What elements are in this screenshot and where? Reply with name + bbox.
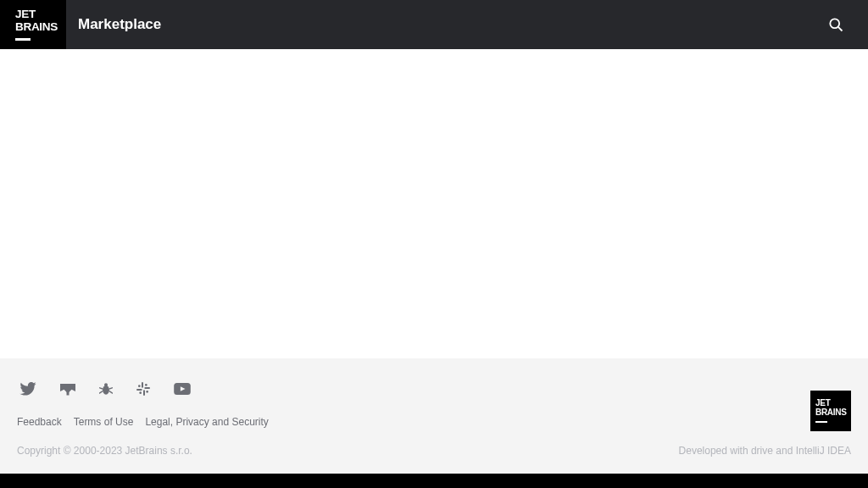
feedback-link[interactable]: Feedback [17, 416, 62, 428]
bug-icon[interactable] [99, 382, 113, 396]
terms-link[interactable]: Terms of Use [74, 416, 134, 428]
header: JET BRAINS Marketplace [0, 0, 868, 49]
footer-logo-underline [815, 421, 827, 423]
svg-line-7 [99, 391, 103, 394]
svg-point-15 [139, 391, 142, 394]
svg-point-14 [146, 391, 148, 393]
footer-logo-line2: BRAINS [815, 408, 847, 418]
svg-rect-10 [143, 390, 145, 396]
bottom-bar [0, 474, 868, 488]
footer-jetbrains-logo[interactable]: JET BRAINS [810, 391, 851, 431]
svg-rect-9 [142, 382, 143, 388]
svg-line-6 [109, 388, 113, 389]
youtube-icon[interactable] [174, 383, 191, 395]
twitter-icon[interactable] [19, 382, 36, 396]
svg-rect-12 [144, 387, 150, 389]
jetbrains-logo[interactable]: JET BRAINS [0, 0, 66, 49]
copyright-text: Copyright © 2000-2023 JetBrains s.r.o. [17, 445, 192, 457]
svg-point-0 [830, 19, 839, 28]
svg-point-16 [145, 384, 147, 386]
footer: JET BRAINS Feedback Terms of Use Legal, … [0, 358, 868, 474]
svg-line-8 [109, 391, 113, 394]
logo-line1: JET [15, 8, 36, 20]
tagline-text: Developed with drive and IntelliJ IDEA [679, 445, 851, 457]
svg-line-1 [838, 27, 843, 31]
svg-line-5 [99, 388, 103, 389]
social-links [17, 382, 851, 396]
slack-icon[interactable] [136, 382, 150, 396]
svg-rect-2 [67, 391, 70, 396]
footer-bottom: Copyright © 2000-2023 JetBrains s.r.o. D… [17, 445, 851, 457]
logo-line2: BRAINS [15, 21, 58, 33]
footer-links: Feedback Terms of Use Legal, Privacy and… [17, 416, 851, 428]
blog-icon[interactable] [60, 382, 75, 396]
footer-logo-line1: JET [815, 399, 830, 408]
page-title[interactable]: Marketplace [78, 16, 161, 33]
svg-point-4 [104, 383, 108, 386]
svg-point-13 [138, 385, 141, 387]
svg-rect-11 [136, 389, 142, 391]
legal-link[interactable]: Legal, Privacy and Security [145, 416, 268, 428]
svg-point-3 [103, 385, 109, 395]
search-icon[interactable] [827, 16, 844, 33]
main-content [0, 49, 868, 358]
logo-underline [15, 38, 31, 41]
